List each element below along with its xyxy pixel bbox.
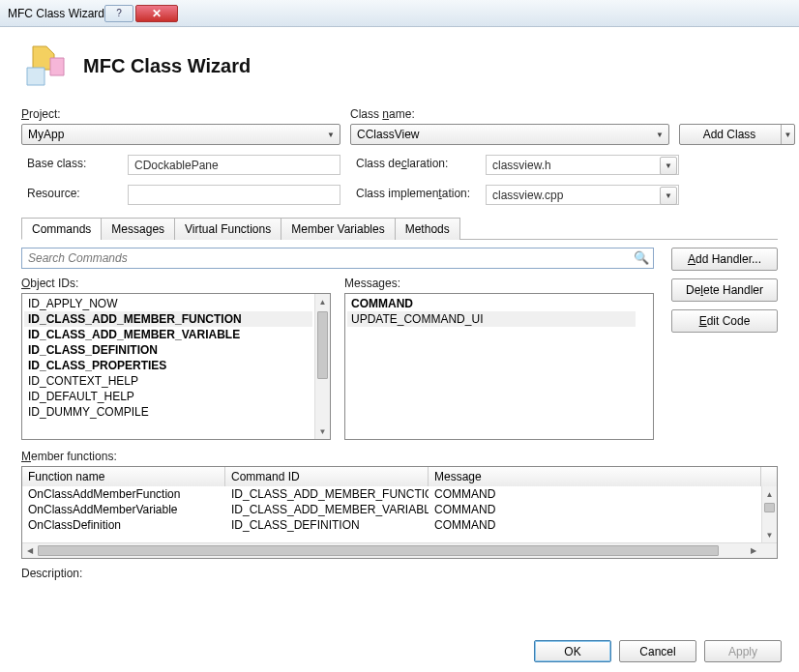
- description-label: Description:: [21, 567, 778, 580]
- member-functions-section: Member functions: Function name Command …: [21, 450, 778, 559]
- th-command-id[interactable]: Command ID: [225, 467, 429, 486]
- svg-marker-2: [27, 68, 44, 85]
- side-buttons: Add Handler... Delete Handler Edit Code: [671, 248, 778, 333]
- chevron-down-icon: ▼: [322, 125, 340, 144]
- object-ids-label: Object IDs:: [21, 277, 331, 290]
- table-cell: ID_CLASS_ADD_MEMBER_VARIABLE: [225, 502, 429, 517]
- messages-listbox[interactable]: COMMANDUPDATE_COMMAND_UI: [344, 293, 654, 440]
- classname-value: CClassView: [357, 128, 419, 141]
- list-item[interactable]: ID_DEFAULT_HELP: [24, 389, 312, 404]
- list-item[interactable]: ID_CLASS_ADD_MEMBER_FUNCTION: [24, 311, 312, 327]
- wizard-icon: [21, 41, 70, 92]
- project-combo[interactable]: MyApp ▼: [21, 124, 340, 145]
- chevron-down-icon[interactable]: ▼: [781, 125, 794, 144]
- table-row[interactable]: OnClassAddMemberVariableID_CLASS_ADD_MEM…: [22, 502, 761, 517]
- impl-label: Class implementation:: [350, 187, 476, 200]
- scroll-right-icon[interactable]: ▶: [746, 543, 761, 558]
- scroll-thumb[interactable]: [764, 503, 775, 512]
- classname-label: Class name:: [350, 107, 669, 121]
- close-button[interactable]: ✕: [135, 5, 178, 22]
- chevron-down-icon: ▼: [660, 187, 677, 205]
- scroll-left-icon[interactable]: ◀: [22, 543, 38, 558]
- table-cell: COMMAND: [429, 486, 761, 502]
- table-cell: COMMAND: [429, 517, 761, 533]
- add-handler-button[interactable]: Add Handler...: [671, 248, 778, 271]
- scrollbar[interactable]: ▲ ▼: [761, 486, 777, 542]
- member-functions-table: Function name Command ID Message OnClass…: [21, 466, 778, 559]
- decl-combo[interactable]: classview.h ▼: [486, 155, 679, 175]
- tab-virtual-functions[interactable]: Virtual Functions: [174, 218, 281, 240]
- chevron-down-icon: ▼: [651, 125, 668, 144]
- list-item[interactable]: ID_CLASS_PROPERTIES: [24, 358, 312, 373]
- help-button[interactable]: ?: [104, 5, 133, 22]
- messages-label: Messages:: [344, 277, 654, 290]
- table-header: Function name Command ID Message: [22, 467, 777, 486]
- titlebar: MFC Class Wizard ? ✕: [0, 0, 799, 27]
- tab-messages[interactable]: Messages: [101, 218, 175, 240]
- resource-field: [128, 185, 340, 205]
- delete-handler-button[interactable]: Delete Handler: [671, 278, 778, 302]
- decl-label: Class declaration:: [350, 157, 476, 170]
- table-cell: ID_CLASS_ADD_MEMBER_FUNCTION: [225, 486, 429, 502]
- list-item[interactable]: ID_CONTEXT_HELP: [24, 373, 312, 389]
- search-icon[interactable]: 🔍: [634, 250, 649, 265]
- list-item[interactable]: COMMAND: [347, 296, 636, 311]
- svg-marker-1: [50, 58, 64, 75]
- tab-body: 🔍 Object IDs: ID_APPLY_NOWID_CLASS_ADD_M…: [21, 248, 778, 580]
- footer: OK Cancel Apply: [534, 640, 782, 662]
- form-area: Project: MyApp ▼ Class name: CClassView …: [0, 102, 799, 205]
- ok-button[interactable]: OK: [534, 640, 611, 662]
- table-cell: OnClassAddMemberFunction: [22, 486, 225, 502]
- object-ids-listbox[interactable]: ID_APPLY_NOWID_CLASS_ADD_MEMBER_FUNCTION…: [21, 293, 331, 440]
- scrollbar[interactable]: ▲ ▼: [314, 294, 330, 439]
- table-cell: ID_CLASS_DEFINITION: [225, 517, 429, 533]
- th-scroll-spacer: [761, 467, 777, 486]
- scroll-up-icon[interactable]: ▲: [315, 294, 330, 309]
- scroll-up-icon[interactable]: ▲: [762, 486, 777, 502]
- th-function-name[interactable]: Function name: [22, 467, 225, 486]
- tabstrip: Commands Messages Virtual Functions Memb…: [21, 217, 778, 240]
- scroll-thumb[interactable]: [317, 311, 328, 379]
- resource-label: Resource:: [21, 187, 118, 200]
- table-row[interactable]: OnClassAddMemberFunctionID_CLASS_ADD_MEM…: [22, 486, 761, 502]
- base-class-label: Base class:: [21, 157, 118, 170]
- list-item[interactable]: UPDATE_COMMAND_UI: [347, 311, 636, 327]
- spacer: [679, 107, 795, 121]
- page-title: MFC Class Wizard: [83, 55, 251, 77]
- scroll-down-icon[interactable]: ▼: [762, 527, 777, 542]
- member-functions-label: Member functions:: [21, 450, 778, 463]
- edit-code-button[interactable]: Edit Code: [671, 309, 778, 333]
- add-class-label: Add Class: [703, 128, 756, 141]
- base-class-field: CDockablePane: [128, 155, 340, 175]
- header: MFC Class Wizard: [0, 27, 799, 102]
- classname-combo[interactable]: CClassView ▼: [350, 124, 669, 145]
- search-input[interactable]: [21, 248, 654, 269]
- window-controls: ? ✕: [104, 5, 178, 22]
- tab-member-variables[interactable]: Member Variables: [281, 218, 395, 240]
- list-item[interactable]: ID_CLASS_DEFINITION: [24, 342, 312, 358]
- dialog-content: MFC Class Wizard Project: MyApp ▼ Class …: [0, 27, 799, 580]
- apply-button[interactable]: Apply: [704, 640, 782, 662]
- horizontal-scrollbar[interactable]: ◀ ▶: [22, 542, 777, 558]
- project-label: Project:: [21, 107, 340, 121]
- table-cell: OnClassAddMemberVariable: [22, 502, 225, 517]
- project-value: MyApp: [28, 128, 64, 141]
- list-item[interactable]: ID_DUMMY_COMPILE: [24, 404, 312, 420]
- tab-methods[interactable]: Methods: [395, 218, 460, 240]
- th-message[interactable]: Message: [429, 467, 761, 486]
- window-title: MFC Class Wizard: [8, 7, 104, 20]
- impl-combo[interactable]: classview.cpp ▼: [486, 185, 679, 205]
- table-row[interactable]: OnClassDefinitionID_CLASS_DEFINITIONCOMM…: [22, 517, 761, 533]
- cancel-button[interactable]: Cancel: [619, 640, 696, 662]
- scroll-down-icon[interactable]: ▼: [315, 424, 330, 439]
- chevron-down-icon: ▼: [660, 157, 677, 175]
- table-cell: OnClassDefinition: [22, 517, 225, 533]
- scroll-thumb[interactable]: [38, 545, 719, 556]
- tab-commands[interactable]: Commands: [21, 218, 102, 240]
- list-item[interactable]: ID_APPLY_NOW: [24, 296, 312, 311]
- table-cell: COMMAND: [429, 502, 761, 517]
- list-item[interactable]: ID_CLASS_ADD_MEMBER_VARIABLE: [24, 327, 312, 342]
- add-class-button[interactable]: Add Class ▼: [679, 124, 795, 145]
